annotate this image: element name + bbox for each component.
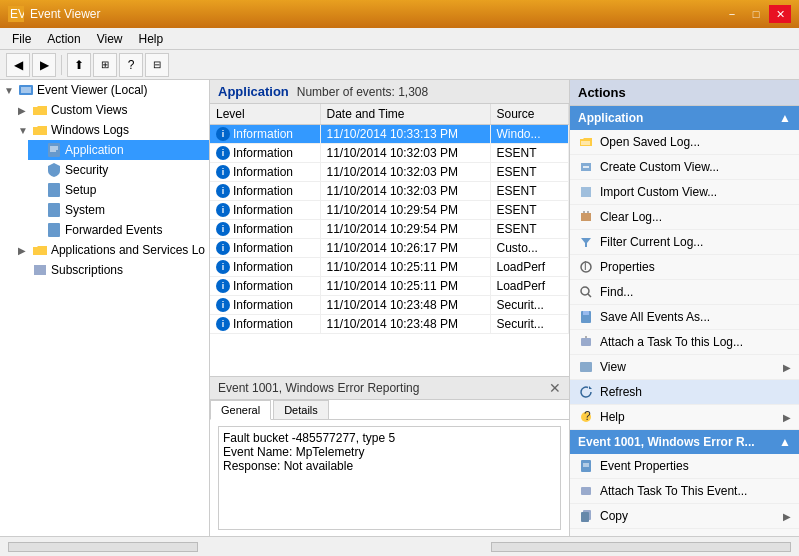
table-row[interactable]: i Information 11/10/2014 10:23:48 PM Sec…: [210, 315, 569, 334]
action-attach-task-event[interactable]: Attach Task To This Event...: [570, 479, 799, 504]
detail-title: Event 1001, Windows Error Reporting: [218, 381, 419, 395]
action-help[interactable]: ? Help ▶: [570, 405, 799, 430]
cell-level: i Information: [210, 296, 320, 315]
menu-bar: File Action View Help: [0, 28, 799, 50]
table-row[interactable]: i Information 11/10/2014 10:25:11 PM Loa…: [210, 258, 569, 277]
svg-rect-41: [581, 512, 589, 522]
actions-event-title: Event 1001, Windows Error R...: [578, 435, 755, 449]
minimize-button[interactable]: −: [721, 5, 743, 23]
view-label: View: [600, 360, 777, 374]
right-scrollbar[interactable]: [491, 542, 791, 552]
subscriptions-icon: [32, 262, 48, 278]
svg-text:i: i: [584, 260, 587, 273]
help-toolbar-button[interactable]: ?: [119, 53, 143, 77]
collapse-button[interactable]: ⊟: [145, 53, 169, 77]
action-event-properties[interactable]: Event Properties: [570, 454, 799, 479]
action-save-events[interactable]: Save All Events As...: [570, 305, 799, 330]
app-services-expand: ▶: [18, 245, 32, 256]
cell-source: ESENT: [490, 220, 569, 239]
grid-button[interactable]: ⊞: [93, 53, 117, 77]
svg-marker-23: [581, 238, 591, 247]
svg-rect-29: [583, 311, 589, 315]
level-text: Information: [233, 279, 293, 293]
up-button[interactable]: ⬆: [67, 53, 91, 77]
table-row[interactable]: i Information 11/10/2014 10:25:11 PM Loa…: [210, 277, 569, 296]
menu-view[interactable]: View: [89, 30, 131, 48]
svg-rect-6: [48, 143, 60, 157]
menu-help[interactable]: Help: [131, 30, 172, 48]
open-saved-icon: [578, 134, 594, 150]
action-find[interactable]: Find...: [570, 280, 799, 305]
tree-forwarded[interactable]: Forwarded Events: [28, 220, 209, 240]
menu-file[interactable]: File: [4, 30, 39, 48]
table-row[interactable]: i Information 11/10/2014 10:32:03 PM ESE…: [210, 163, 569, 182]
subscriptions-label: Subscriptions: [51, 263, 123, 277]
setup-log-icon: [46, 182, 62, 198]
svg-marker-4: [33, 106, 47, 115]
svg-rect-14: [34, 265, 46, 275]
svg-rect-10: [48, 183, 60, 197]
col-level[interactable]: Level: [210, 104, 320, 125]
tree-application[interactable]: Application: [28, 140, 209, 160]
filter-log-label: Filter Current Log...: [600, 235, 791, 249]
action-view[interactable]: View ▶: [570, 355, 799, 380]
table-row[interactable]: i Information 11/10/2014 10:33:13 PM Win…: [210, 125, 569, 144]
actions-panel: Actions Application ▲ Open Saved Log... …: [569, 80, 799, 536]
forward-button[interactable]: ▶: [32, 53, 56, 77]
level-text: Information: [233, 222, 293, 236]
detail-text: Fault bucket -485577277, type 5 Event Na…: [223, 431, 556, 473]
action-open-saved[interactable]: Open Saved Log...: [570, 130, 799, 155]
tab-details[interactable]: Details: [273, 400, 329, 419]
actions-application-header: Application ▲: [570, 106, 799, 130]
detail-header: Event 1001, Windows Error Reporting ✕: [210, 377, 569, 400]
copy-arrow-icon: ▶: [783, 511, 791, 522]
info-level-icon: i: [216, 184, 230, 198]
actions-application-collapse[interactable]: ▲: [779, 111, 791, 125]
tree-app-services[interactable]: ▶ Applications and Services Lo: [14, 240, 209, 260]
detail-close-button[interactable]: ✕: [549, 380, 561, 396]
cell-level: i Information: [210, 315, 320, 334]
tab-general[interactable]: General: [210, 400, 271, 420]
copy-icon: [578, 508, 594, 524]
table-row[interactable]: i Information 11/10/2014 10:26:17 PM Cus…: [210, 239, 569, 258]
tree-setup[interactable]: Setup: [28, 180, 209, 200]
table-row[interactable]: i Information 11/10/2014 10:29:54 PM ESE…: [210, 201, 569, 220]
tree-custom-views[interactable]: ▶ Custom Views: [14, 100, 209, 120]
close-button[interactable]: ✕: [769, 5, 791, 23]
action-properties[interactable]: i Properties: [570, 255, 799, 280]
action-filter-log[interactable]: Filter Current Log...: [570, 230, 799, 255]
import-custom-label: Import Custom View...: [600, 185, 791, 199]
tree-windows-logs[interactable]: ▼ Windows Logs: [14, 120, 209, 140]
maximize-button[interactable]: □: [745, 5, 767, 23]
tree-root[interactable]: ▼ Event Viewer (Local): [0, 80, 209, 100]
action-clear-log[interactable]: Clear Log...: [570, 205, 799, 230]
clear-log-icon: [578, 209, 594, 225]
tree-system[interactable]: System: [28, 200, 209, 220]
col-source[interactable]: Source: [490, 104, 569, 125]
level-text: Information: [233, 184, 293, 198]
actions-event-collapse[interactable]: ▲: [779, 435, 791, 449]
event-table[interactable]: Level Date and Time Source i Information…: [210, 104, 569, 376]
action-create-custom[interactable]: Create Custom View...: [570, 155, 799, 180]
tree-security[interactable]: Security: [28, 160, 209, 180]
application-log-icon: [46, 142, 62, 158]
table-row[interactable]: i Information 11/10/2014 10:23:48 PM Sec…: [210, 296, 569, 315]
left-scrollbar[interactable]: [8, 542, 198, 552]
table-row[interactable]: i Information 11/10/2014 10:29:54 PM ESE…: [210, 220, 569, 239]
tree-subscriptions[interactable]: Subscriptions: [14, 260, 209, 280]
svg-marker-13: [33, 246, 47, 255]
action-refresh[interactable]: Refresh: [570, 380, 799, 405]
back-button[interactable]: ◀: [6, 53, 30, 77]
table-row[interactable]: i Information 11/10/2014 10:32:03 PM ESE…: [210, 182, 569, 201]
cell-source: Securit...: [490, 315, 569, 334]
table-row[interactable]: i Information 11/10/2014 10:32:03 PM ESE…: [210, 144, 569, 163]
action-import-custom[interactable]: Import Custom View...: [570, 180, 799, 205]
cell-datetime: 11/10/2014 10:32:03 PM: [320, 144, 490, 163]
cell-datetime: 11/10/2014 10:26:17 PM: [320, 239, 490, 258]
menu-action[interactable]: Action: [39, 30, 88, 48]
svg-rect-12: [48, 223, 60, 237]
action-copy[interactable]: Copy ▶: [570, 504, 799, 529]
col-datetime[interactable]: Date and Time: [320, 104, 490, 125]
detail-panel: Event 1001, Windows Error Reporting ✕ Ge…: [210, 376, 569, 536]
action-attach-task[interactable]: Attach a Task To this Log...: [570, 330, 799, 355]
